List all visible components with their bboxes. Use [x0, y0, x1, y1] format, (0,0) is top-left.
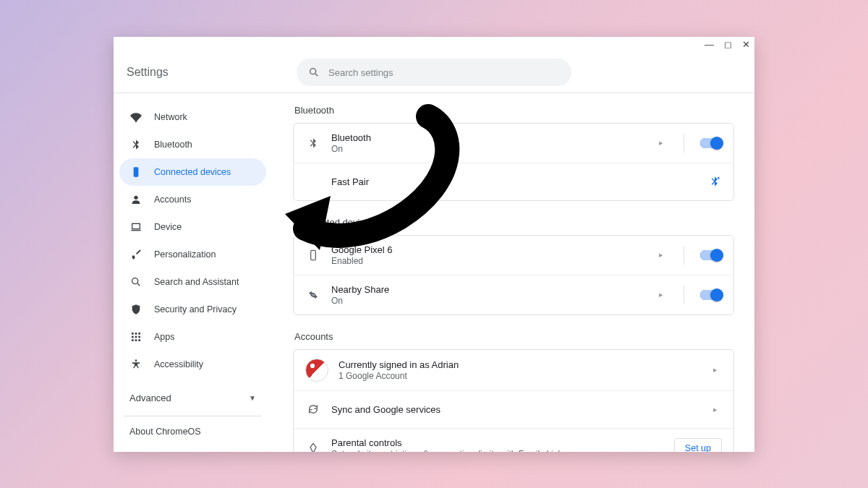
pixel-row[interactable]: Google Pixel 6 Enabled ▸	[294, 236, 733, 275]
search-icon	[129, 276, 142, 288]
row-texts: Bluetooth On	[331, 132, 644, 154]
sidebar-item-search-assistant[interactable]: Search and Assistant	[119, 268, 266, 296]
close-button[interactable]: ✕	[742, 40, 750, 49]
setup-button[interactable]: Set up	[674, 438, 722, 452]
current-account-row[interactable]: Currently signed in as Adrian 1 Google A…	[294, 350, 733, 390]
row-subtitle: On	[331, 144, 644, 154]
svg-rect-8	[132, 333, 134, 335]
row-title: Bluetooth	[331, 132, 644, 143]
bluetooth-toggle[interactable]	[700, 138, 722, 148]
bluetooth-icon	[305, 137, 321, 149]
top-bar: Settings	[114, 53, 754, 93]
maximize-button[interactable]: ◻	[724, 40, 732, 49]
sidebar-item-security-privacy[interactable]: Security and Privacy	[119, 296, 266, 323]
svg-rect-9	[135, 333, 137, 335]
sidebar-item-label: Search and Assistant	[154, 277, 239, 287]
chevron-right-icon[interactable]: ▸	[655, 138, 668, 147]
svg-rect-15	[135, 339, 137, 341]
sidebar: Network Bluetooth Connected devices Acco…	[114, 93, 273, 452]
search-input[interactable]	[328, 67, 560, 78]
sidebar-item-device[interactable]: Device	[119, 213, 266, 241]
nearby-share-toggle[interactable]	[700, 290, 722, 300]
nearby-share-icon	[305, 289, 321, 301]
svg-rect-12	[135, 335, 137, 338]
connected-devices-card: Google Pixel 6 Enabled ▸ Nearby Share On…	[293, 235, 734, 315]
nearby-share-row[interactable]: Nearby Share On ▸	[294, 275, 733, 314]
pixel-toggle[interactable]	[700, 250, 722, 260]
laptop-icon	[129, 221, 142, 233]
svg-point-6	[132, 278, 138, 283]
sidebar-item-label: Network	[154, 112, 187, 122]
row-texts: Nearby Share On	[331, 284, 644, 306]
row-subtitle: Set website restrictions & screen time l…	[331, 449, 664, 452]
chevron-down-icon: ▼	[249, 394, 256, 402]
sync-icon	[305, 403, 321, 415]
advanced-label: Advanced	[129, 393, 171, 403]
window-titlebar: — ◻ ✕	[114, 37, 754, 53]
person-icon	[129, 194, 142, 205]
chevron-right-icon[interactable]: ▸	[655, 290, 668, 299]
row-title: Google Pixel 6	[331, 244, 644, 255]
svg-point-3	[134, 195, 137, 199]
sidebar-item-apps[interactable]: Apps	[119, 323, 266, 351]
svg-rect-14	[132, 339, 134, 341]
sidebar-item-personalization[interactable]: Personalization	[119, 241, 266, 268]
minimize-button[interactable]: —	[705, 40, 714, 49]
sidebar-item-network[interactable]: Network	[119, 103, 266, 131]
sidebar-item-accounts[interactable]: Accounts	[119, 186, 266, 213]
avatar	[305, 359, 328, 382]
brush-icon	[129, 249, 142, 260]
svg-line-1	[315, 74, 318, 76]
svg-rect-2	[134, 167, 139, 176]
svg-point-18	[718, 177, 720, 179]
accessibility-icon	[129, 359, 142, 370]
section-title-connected: Connected devices	[294, 217, 734, 228]
row-texts: Sync and Google services	[331, 404, 699, 415]
svg-rect-19	[311, 250, 316, 260]
sidebar-item-connected-devices[interactable]: Connected devices	[119, 158, 266, 186]
settings-window: — ◻ ✕ Settings Network Bluetooth	[114, 37, 754, 452]
chevron-right-icon[interactable]: ▸	[655, 250, 668, 260]
sidebar-item-label: Device	[154, 222, 182, 232]
search-icon	[308, 67, 320, 78]
sidebar-item-bluetooth[interactable]: Bluetooth	[119, 131, 266, 158]
svg-rect-4	[132, 223, 140, 228]
sidebar-item-label: Accounts	[154, 194, 191, 205]
wifi-icon	[129, 111, 142, 123]
sync-row[interactable]: Sync and Google services ▸	[294, 390, 733, 428]
search-field[interactable]	[297, 59, 571, 86]
row-subtitle: 1 Google Account	[339, 371, 699, 381]
fast-pair-row[interactable]: Fast Pair	[294, 163, 733, 200]
svg-rect-13	[138, 335, 140, 338]
section-title-accounts: Accounts	[294, 331, 734, 342]
advanced-toggle[interactable]: Advanced ▼	[114, 384, 272, 413]
bluetooth-card: Bluetooth On ▸ Fast Pair	[293, 123, 734, 201]
svg-rect-11	[132, 335, 134, 338]
kite-icon	[305, 442, 321, 452]
svg-point-0	[310, 69, 316, 74]
row-texts: Currently signed in as Adrian 1 Google A…	[339, 359, 699, 381]
sidebar-item-label: Security and Privacy	[154, 304, 237, 314]
accounts-card: Currently signed in as Adrian 1 Google A…	[293, 349, 734, 452]
apps-icon	[129, 331, 142, 343]
chevron-right-icon[interactable]: ▸	[709, 365, 722, 374]
divider	[684, 134, 684, 153]
divider	[124, 416, 262, 416]
row-texts: Parental controls Set website restrictio…	[331, 437, 664, 452]
row-title: Parental controls	[331, 437, 664, 448]
sidebar-item-accessibility[interactable]: Accessibility	[119, 351, 266, 378]
bluetooth-row[interactable]: Bluetooth On ▸	[294, 124, 733, 163]
row-title: Sync and Google services	[331, 404, 699, 415]
bluetooth-icon	[129, 139, 142, 150]
sidebar-item-label: Apps	[154, 332, 175, 342]
parental-controls-row[interactable]: Parental controls Set website restrictio…	[294, 428, 733, 452]
about-chromeos[interactable]: About ChromeOS	[114, 419, 272, 444]
row-subtitle: Enabled	[331, 256, 644, 266]
main-content: Bluetooth Bluetooth On ▸ Fast Pair	[273, 93, 754, 452]
row-subtitle: On	[331, 296, 644, 306]
svg-point-17	[135, 359, 137, 361]
row-texts: Fast Pair	[331, 176, 697, 187]
nav-list: Network Bluetooth Connected devices Acco…	[114, 100, 272, 378]
chevron-right-icon[interactable]: ▸	[709, 405, 722, 414]
phone-icon	[305, 249, 321, 261]
